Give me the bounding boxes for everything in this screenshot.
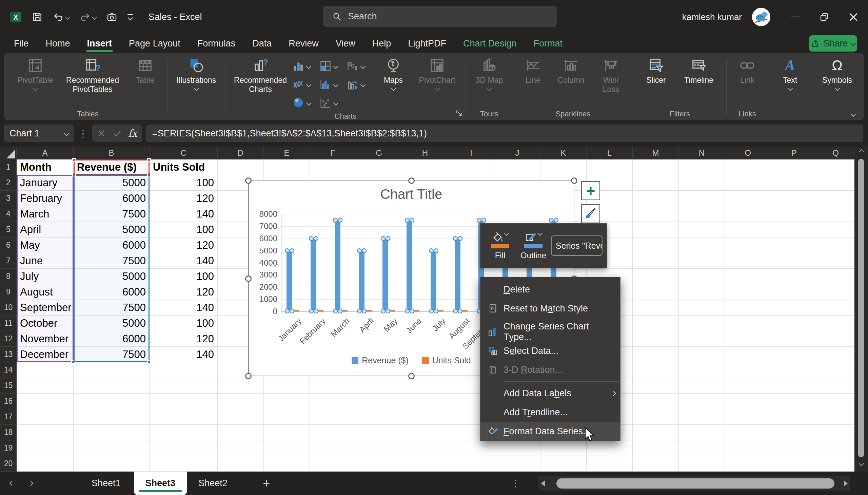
- text-button[interactable]: A Text: [772, 55, 808, 91]
- cell-A8[interactable]: July: [17, 269, 74, 284]
- column-header-L[interactable]: L: [587, 147, 633, 159]
- cell-C16[interactable]: [149, 394, 218, 409]
- cell-B5[interactable]: 5000: [74, 222, 149, 238]
- cell-B14[interactable]: [74, 362, 149, 378]
- cell-A4[interactable]: March: [17, 206, 74, 222]
- cell-B11[interactable]: 5000: [74, 315, 149, 331]
- cell-C4[interactable]: 140: [149, 206, 218, 222]
- cell-C3[interactable]: 120: [149, 191, 218, 206]
- row-header-2[interactable]: 2: [0, 175, 17, 191]
- sheet-tab-sheet1[interactable]: Sheet1: [80, 472, 132, 495]
- insert-hierarchy-chart-button[interactable]: [319, 60, 347, 72]
- row-header-7[interactable]: 7: [0, 253, 17, 269]
- row-header-12[interactable]: 12: [0, 331, 17, 347]
- excel-logo-icon[interactable]: X: [10, 11, 22, 23]
- cell-C1[interactable]: Units Sold: [149, 159, 218, 175]
- qat-customize-icon[interactable]: [127, 14, 133, 20]
- tab-formulas[interactable]: Formulas: [189, 34, 244, 53]
- vertical-scrollbar-thumb[interactable]: [858, 159, 864, 457]
- column-header-M[interactable]: M: [633, 147, 679, 159]
- bar-revenue--june[interactable]: [407, 220, 412, 311]
- chart-elements-button[interactable]: +: [581, 181, 600, 200]
- scroll-up-icon[interactable]: [858, 149, 864, 155]
- redo-icon[interactable]: [80, 12, 96, 22]
- bar-units-sold-may[interactable]: [390, 310, 395, 311]
- chart-resize-handle[interactable]: [245, 373, 252, 379]
- chart-resize-handle[interactable]: [245, 275, 252, 282]
- cell-A18[interactable]: [17, 425, 74, 440]
- insert-statistic-chart-button[interactable]: [319, 79, 347, 90]
- cell-A10[interactable]: September: [17, 300, 74, 315]
- cell-B15[interactable]: [74, 378, 149, 394]
- scroll-left-icon[interactable]: [541, 480, 545, 487]
- bar-units-sold-february[interactable]: [318, 310, 323, 311]
- cell-B4[interactable]: 7500: [74, 206, 149, 222]
- bar-units-sold-july[interactable]: [438, 310, 443, 311]
- column-header-C[interactable]: C: [149, 147, 218, 159]
- bar-units-sold-april[interactable]: [366, 310, 372, 311]
- close-button[interactable]: [839, 0, 868, 34]
- cell-B1[interactable]: Revenue ($): [74, 159, 149, 175]
- name-box[interactable]: Chart 1: [4, 124, 74, 142]
- bar-units-sold-august[interactable]: [462, 310, 467, 311]
- menu-item-change-series-chart-type[interactable]: Change Series Chart Type...: [480, 322, 620, 341]
- row-header-19[interactable]: 19: [0, 440, 17, 456]
- cell-A16[interactable]: [17, 394, 74, 409]
- empty-cells[interactable]: [218, 159, 854, 175]
- row-header-9[interactable]: 9: [0, 284, 17, 300]
- tab-data[interactable]: Data: [244, 34, 280, 53]
- legend-item[interactable]: Units Sold: [422, 356, 471, 365]
- tab-format[interactable]: Format: [525, 34, 571, 53]
- cell-B8[interactable]: 5000: [74, 269, 149, 284]
- maps-button[interactable]: Maps: [374, 55, 412, 91]
- cell-B17[interactable]: [74, 409, 149, 425]
- row-header-17[interactable]: 17: [0, 409, 17, 425]
- cell-A9[interactable]: August: [17, 284, 74, 300]
- user-name[interactable]: kamlesh kumar: [682, 12, 742, 22]
- row-header-15[interactable]: 15: [0, 378, 17, 394]
- cell-B10[interactable]: 7500: [74, 300, 149, 315]
- column-header-E[interactable]: E: [264, 147, 310, 159]
- column-header-N[interactable]: N: [679, 147, 725, 159]
- bar-revenue--february[interactable]: [311, 239, 316, 311]
- menu-item-delete[interactable]: Delete: [480, 280, 620, 299]
- share-button[interactable]: Share: [809, 35, 857, 52]
- bar-revenue--january[interactable]: [286, 251, 292, 311]
- cell-C12[interactable]: 120: [149, 331, 218, 347]
- cell-C5[interactable]: 100: [149, 222, 218, 238]
- table-button[interactable]: Table: [127, 55, 163, 85]
- fill-dropdown-icon[interactable]: [504, 231, 510, 236]
- cell-A7[interactable]: June: [17, 253, 74, 269]
- tab-home[interactable]: Home: [37, 34, 79, 53]
- column-header-F[interactable]: F: [310, 147, 356, 159]
- cell-A6[interactable]: May: [17, 238, 74, 253]
- outline-dropdown-icon[interactable]: [537, 231, 543, 236]
- cell-C19[interactable]: [149, 440, 218, 456]
- cell-C8[interactable]: 100: [149, 269, 218, 284]
- bar-revenue--april[interactable]: [359, 251, 365, 311]
- cell-B13[interactable]: 7500: [74, 347, 149, 362]
- formula-input[interactable]: =SERIES(Sheet3!$B$1,Sheet3!$A$2:$A$13,Sh…: [146, 124, 863, 142]
- outline-button[interactable]: Outline: [518, 232, 549, 260]
- cell-A2[interactable]: January: [17, 175, 74, 191]
- menu-item-reset-to-match-style[interactable]: Reset to Match Style: [480, 299, 620, 318]
- cell-A14[interactable]: [17, 362, 74, 378]
- row-header-11[interactable]: 11: [0, 315, 17, 331]
- tab-help[interactable]: Help: [364, 34, 400, 53]
- cell-B9[interactable]: 6000: [74, 284, 149, 300]
- column-header-J[interactable]: J: [494, 147, 541, 159]
- empty-cells[interactable]: [218, 456, 854, 472]
- cell-B7[interactable]: 7500: [74, 253, 149, 269]
- add-sheet-button[interactable]: +: [256, 476, 277, 491]
- tab-page-layout[interactable]: Page Layout: [120, 34, 189, 53]
- avatar[interactable]: [752, 8, 770, 26]
- insert-column-chart-button[interactable]: [292, 60, 319, 72]
- chart-styles-button[interactable]: [581, 204, 600, 223]
- insert-combo-chart-button[interactable]: [347, 79, 374, 90]
- cell-A11[interactable]: October: [17, 315, 74, 331]
- illustrations-button[interactable]: Illustrations: [171, 55, 222, 91]
- minimize-button[interactable]: [781, 0, 810, 34]
- cell-B12[interactable]: 6000: [74, 331, 149, 347]
- redo-dropdown-icon[interactable]: [92, 14, 97, 20]
- column-header-I[interactable]: I: [448, 147, 494, 159]
